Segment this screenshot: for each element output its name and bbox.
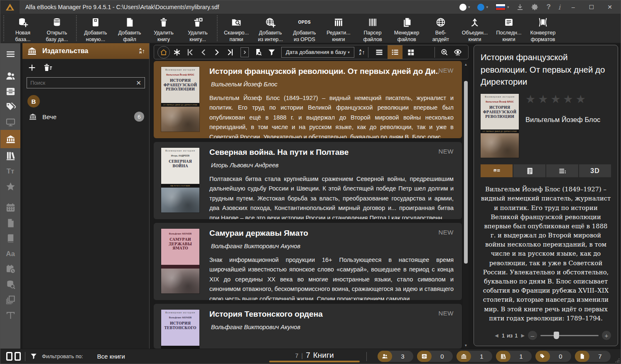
shelves-count-badge[interactable]: 1 [496, 351, 532, 362]
add-file-button[interactable]: Добавитьфайл [113, 14, 147, 43]
open-database-button[interactable]: Открытьбазу да... [40, 14, 74, 43]
series-count-badge[interactable]: 0 [417, 351, 453, 362]
sidebar-item-search-db[interactable] [0, 277, 20, 292]
sidebar-item-books[interactable] [0, 231, 20, 246]
accent-picker[interactable]: ▾ [474, 0, 491, 14]
tab-fields[interactable] [546, 164, 578, 177]
authors-count-badge[interactable]: 3 [378, 351, 413, 362]
file-parser-button[interactable]: Парсерфайлов [356, 14, 390, 43]
detail-cover[interactable]: Всемирная история Вильгельм Йозеф БЛОС И… [481, 94, 519, 158]
info-button[interactable]: i [555, 0, 563, 14]
publisher-list-item[interactable]: Вече 6 [22, 109, 149, 124]
rating-stars[interactable]: ★★★★★ [525, 94, 600, 105]
book-author[interactable]: Вольфганг Викторович Акунов [211, 324, 454, 330]
sidebar-item-favorites[interactable] [0, 179, 20, 194]
view-rows-button[interactable] [372, 45, 387, 59]
edit-books-button[interactable]: Редакти...книги [322, 14, 356, 43]
preview-eye-button[interactable] [452, 46, 464, 59]
merge-books-button[interactable]: Объедин...книги [458, 14, 492, 43]
resize-grip[interactable] [615, 358, 620, 363]
publishers-count-badge[interactable]: 1 [457, 351, 492, 362]
delete-book-button[interactable]: Удалитькнигу [147, 14, 181, 43]
sidebar-item-bookshelves[interactable] [0, 148, 20, 164]
sidebar-item-devices[interactable] [0, 115, 20, 130]
tab-pages[interactable] [513, 164, 545, 177]
scroll-up-icon[interactable]: ▲ [463, 61, 469, 68]
delete-publisher-button[interactable] [43, 63, 52, 72]
filter-value[interactable]: Все книги [97, 353, 125, 360]
pager-prev-icon[interactable]: ◀ [495, 333, 498, 338]
update-download-button[interactable] [513, 0, 527, 14]
language-picker[interactable]: ▾ [493, 0, 512, 14]
sort-az-button[interactable]: АЯ↑ [139, 48, 145, 54]
view-list-button[interactable] [388, 45, 403, 59]
sidebar-item-tags[interactable] [0, 99, 20, 115]
maximize-button[interactable]: ☐ [583, 0, 600, 14]
sort-field-dropdown[interactable]: Дата добавления в базу ▾ [281, 47, 354, 58]
tab-3d[interactable]: 3D [579, 164, 611, 177]
sidebar-item-publishers[interactable] [0, 130, 20, 148]
sidebar-item-duplicates[interactable] [0, 292, 20, 308]
tags-count-badge[interactable]: 0 [535, 351, 571, 362]
format-converter-button[interactable]: Конвертерформатов [526, 14, 560, 43]
next-record-button[interactable] [211, 46, 223, 59]
scroll-down-icon[interactable]: ▼ [463, 342, 469, 349]
toggle-panels-button[interactable] [6, 352, 21, 361]
recent-books-button[interactable]: Последн...книги [492, 14, 526, 43]
zoom-slider[interactable] [540, 335, 599, 336]
zoom-out-button[interactable]: – [528, 331, 537, 340]
theme-picker[interactable]: ▾ [457, 0, 473, 14]
new-database-button[interactable]: Новаябаза... [6, 14, 40, 43]
list-sort-az-button[interactable]: AZ↑ [359, 49, 365, 56]
add-from-opds-button[interactable]: OPDS Добавитьиз OPDS [287, 14, 322, 43]
book-author[interactable]: Вильгельм Йозеф Блос [211, 81, 454, 88]
view-grid-button[interactable] [403, 45, 418, 59]
add-book-button[interactable]: Добавитьновую... [79, 14, 113, 43]
detail-author[interactable]: Вильгельм Йозеф Блос [525, 116, 600, 124]
book-card[interactable]: Вольфганг АКУНОВ САМУРАИ ДЕРЖАВЫ ЯМАТО С… [154, 223, 462, 300]
sidebar-item-series[interactable] [0, 84, 20, 99]
add-publisher-button[interactable] [27, 63, 37, 72]
first-record-button[interactable] [184, 46, 196, 59]
book-author[interactable]: Вольфганг Викторович Акунов [211, 243, 454, 249]
prev-record-button[interactable] [197, 46, 210, 59]
sidebar-item-menu[interactable] [0, 46, 20, 62]
nav-more-button[interactable] [241, 47, 249, 57]
settings-button[interactable] [528, 0, 542, 14]
clear-search-icon[interactable]: ✕ [136, 79, 141, 87]
sidebar-item-dates[interactable] [0, 261, 20, 277]
delete-book-file-button[interactable]: Удалитькнигу... [181, 14, 215, 43]
sidebar-item-authors[interactable] [0, 68, 20, 84]
book-author[interactable]: Игорь Львович Андреев [211, 162, 454, 169]
book-card[interactable]: Всемирная история Игорь АНДРЕЕВ СЕВЕРНАЯ… [154, 142, 462, 219]
last-record-button[interactable] [224, 46, 236, 59]
zoom-in-button-detail[interactable]: + [602, 331, 611, 340]
saved-search-button[interactable] [252, 46, 265, 59]
publishers-search[interactable]: ✕ [27, 77, 145, 88]
sidebar-item-fonts[interactable]: Tт [0, 164, 20, 179]
filter-button[interactable] [265, 46, 278, 59]
book-card[interactable]: Всемирная история Вильгельм Йозеф БЛОС И… [154, 61, 462, 138]
list-scrollbar[interactable]: ▲ ▼ [463, 61, 469, 349]
asterisk-button[interactable] [171, 46, 183, 59]
file-manager-button[interactable]: Менеджерфайлов [390, 14, 424, 43]
zoom-slider-thumb[interactable] [554, 332, 559, 339]
close-button[interactable]: ✕ [601, 0, 618, 14]
home-button[interactable] [157, 46, 170, 59]
pager-next-icon[interactable]: ▶ [521, 333, 525, 338]
tab-card[interactable] [481, 164, 513, 177]
sidebar-item-files[interactable] [0, 215, 20, 231]
scroll-thumb[interactable] [464, 81, 468, 264]
scan-folders-button[interactable]: Сканиро...папки [219, 14, 253, 43]
help-button[interactable]: ? [543, 0, 553, 14]
add-from-internet-button[interactable]: Добавитьиз интер... [253, 14, 287, 43]
book-card[interactable]: Всемирная история Вольфганг АКУНОВ ИСТОР… [154, 304, 462, 349]
sidebar-item-language[interactable]: Aa [0, 246, 20, 261]
filter-icon[interactable] [29, 352, 38, 361]
search-input[interactable] [30, 80, 136, 86]
web-update-button[interactable]: Веб-апдейт [424, 14, 458, 43]
sidebar-item-calendar[interactable] [0, 200, 20, 215]
minimize-button[interactable]: – [565, 0, 582, 14]
files-count-badge[interactable]: 7 [575, 351, 611, 362]
zoom-in-button[interactable] [438, 46, 451, 59]
